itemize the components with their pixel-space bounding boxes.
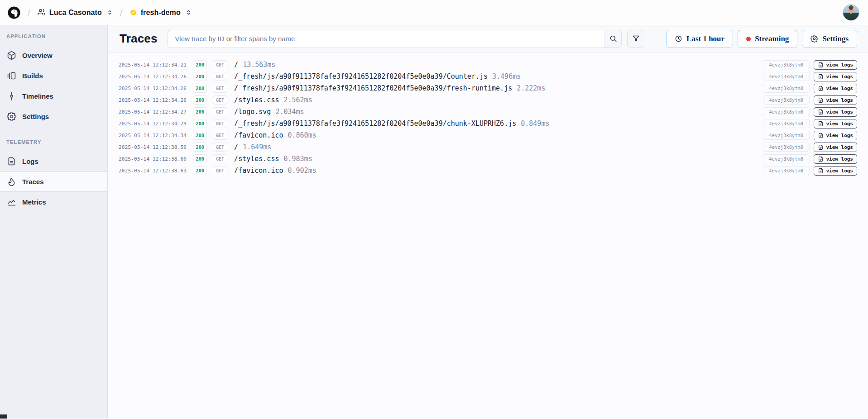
time-range-label: Last 1 hour	[686, 34, 724, 43]
sidebar-item-metrics[interactable]: Metrics	[0, 192, 107, 212]
status-badge: 200	[193, 84, 207, 93]
trace-search-input[interactable]	[168, 30, 604, 48]
view-logs-button[interactable]: view logs	[814, 166, 857, 176]
trace-row-right: 4evzj3k8ytm0 view logs	[763, 107, 857, 117]
chevron-updown-icon	[185, 9, 192, 16]
file-text-icon	[818, 121, 824, 127]
trace-id-badge: 4evzj3k8ytm0	[763, 84, 810, 93]
trace-timestamp: 2025-05-14 12:12:34.26	[119, 74, 187, 80]
trace-path: /styles.css	[234, 155, 279, 163]
sidebar-section-telemetry: TELEMETRY	[0, 137, 107, 148]
status-badge: 200	[193, 131, 207, 140]
sidebar-item-label: Timelines	[22, 92, 53, 100]
view-logs-button[interactable]: view logs	[814, 119, 857, 129]
sidebar-item-builds[interactable]: Builds	[0, 66, 107, 86]
trace-timestamp: 2025-05-14 12:12:34.26	[119, 86, 187, 91]
breadcrumb-org[interactable]: Luca Casonato	[37, 8, 113, 17]
trace-settings-button[interactable]: Settings	[802, 30, 857, 48]
trace-id-badge: 4evzj3k8ytm0	[763, 131, 810, 140]
breadcrumb-project[interactable]: fresh-demo	[129, 9, 192, 17]
view-logs-button[interactable]: view logs	[814, 107, 857, 117]
view-logs-button[interactable]: view logs	[814, 131, 857, 140]
method-badge: GET	[213, 84, 227, 93]
sidebar-item-label: Builds	[22, 72, 43, 80]
search-icon	[609, 34, 618, 43]
method-badge: GET	[213, 143, 227, 152]
trace-timestamp: 2025-05-14 12:12:34.29	[119, 121, 187, 127]
trace-row[interactable]: 2025-05-14 12:12:34.29 200 GET /_fresh/j…	[119, 118, 857, 129]
org-name: Luca Casonato	[49, 9, 102, 17]
trace-row[interactable]: 2025-05-14 12:12:38.63 200 GET /favicon.…	[119, 165, 857, 176]
trace-duration: 0.860ms	[288, 131, 316, 139]
trace-row[interactable]: 2025-05-14 12:12:34.26 200 GET /_fresh/j…	[119, 82, 857, 94]
view-logs-label: view logs	[826, 168, 853, 174]
sidebar-item-label: Overview	[22, 52, 53, 59]
trace-duration: 0.849ms	[521, 119, 549, 128]
view-logs-button[interactable]: view logs	[814, 95, 857, 105]
status-badge: 200	[193, 107, 207, 116]
clock-icon	[675, 35, 682, 43]
file-text-icon	[818, 109, 824, 115]
trace-id-badge: 4evzj3k8ytm0	[763, 72, 810, 81]
search-button[interactable]	[604, 30, 621, 48]
view-logs-button[interactable]: view logs	[814, 154, 857, 164]
streaming-button[interactable]: Streaming	[738, 30, 797, 48]
view-logs-button[interactable]: view logs	[814, 72, 857, 81]
trace-row[interactable]: 2025-05-14 12:12:38.56 200 GET / 1.649ms…	[119, 141, 857, 153]
view-logs-button[interactable]: view logs	[814, 143, 857, 152]
trace-id-badge: 4evzj3k8ytm0	[763, 60, 810, 69]
trace-timestamp: 2025-05-14 12:12:34.26	[119, 97, 187, 103]
corner-accent	[0, 414, 7, 419]
breadcrumb-slash: /	[28, 7, 30, 18]
sidebar-item-logs[interactable]: Logs	[0, 151, 107, 171]
trace-row[interactable]: 2025-05-14 12:12:34.34 200 GET /favicon.…	[119, 129, 857, 141]
trace-duration: 2.562ms	[283, 96, 312, 104]
trace-row[interactable]: 2025-05-14 12:12:38.60 200 GET /styles.c…	[119, 153, 857, 165]
trace-id-badge: 4evzj3k8ytm0	[763, 143, 810, 152]
method-badge: GET	[213, 107, 227, 116]
builds-icon	[7, 71, 16, 81]
trace-id-badge: 4evzj3k8ytm0	[763, 107, 810, 116]
trace-path: /_fresh/js/a90f911378fafe3f9241651282f02…	[234, 84, 512, 92]
trace-id-badge: 4evzj3k8ytm0	[763, 95, 810, 105]
trace-row[interactable]: 2025-05-14 12:12:34.26 200 GET /_fresh/j…	[119, 71, 857, 82]
file-text-icon	[818, 74, 824, 80]
time-range-button[interactable]: Last 1 hour	[666, 30, 733, 48]
sidebar-item-settings[interactable]: Settings	[0, 106, 107, 127]
status-badge: 200	[193, 143, 207, 152]
status-badge: 200	[193, 72, 207, 81]
filter-button[interactable]	[627, 30, 644, 48]
breadcrumb-slash: /	[120, 7, 123, 18]
view-logs-button[interactable]: view logs	[814, 60, 857, 70]
sidebar: APPLICATION Overview Builds Timelines	[0, 25, 108, 419]
view-logs-button[interactable]: view logs	[814, 84, 857, 93]
trace-row[interactable]: 2025-05-14 12:12:34.27 200 GET /logo.svg…	[119, 106, 857, 118]
timeline-icon	[7, 91, 16, 101]
gear-icon	[7, 112, 16, 121]
file-text-icon	[818, 144, 824, 150]
trace-path: /logo.svg	[234, 108, 271, 116]
status-badge: 200	[193, 166, 207, 175]
file-text-icon	[818, 133, 824, 138]
trace-row-right: 4evzj3k8ytm0 view logs	[763, 95, 857, 105]
file-text-icon	[7, 157, 16, 166]
trace-row-right: 4evzj3k8ytm0 view logs	[763, 131, 857, 140]
trace-row[interactable]: 2025-05-14 12:12:34.26 200 GET /styles.c…	[119, 94, 857, 106]
sidebar-item-label: Traces	[22, 178, 44, 186]
streaming-label: Streaming	[755, 34, 789, 43]
sidebar-item-timelines[interactable]: Timelines	[0, 86, 107, 106]
sidebar-section-application: APPLICATION	[0, 31, 107, 42]
view-logs-label: view logs	[826, 86, 853, 91]
topbar: / Luca Casonato / fresh-demo	[0, 0, 868, 25]
flame-icon	[7, 177, 16, 186]
trace-path: /favicon.ico	[234, 131, 283, 139]
deno-logo[interactable]	[7, 6, 21, 19]
sidebar-item-traces[interactable]: Traces	[0, 171, 107, 192]
trace-row-right: 4evzj3k8ytm0 view logs	[763, 72, 857, 81]
chart-line-icon	[7, 197, 16, 207]
user-avatar[interactable]	[843, 4, 859, 21]
file-text-icon	[818, 97, 824, 103]
trace-row[interactable]: 2025-05-14 12:12:34.21 200 GET / 13.563m…	[119, 59, 857, 71]
sidebar-item-overview[interactable]: Overview	[0, 45, 107, 66]
sidebar-item-label: Metrics	[22, 198, 46, 206]
